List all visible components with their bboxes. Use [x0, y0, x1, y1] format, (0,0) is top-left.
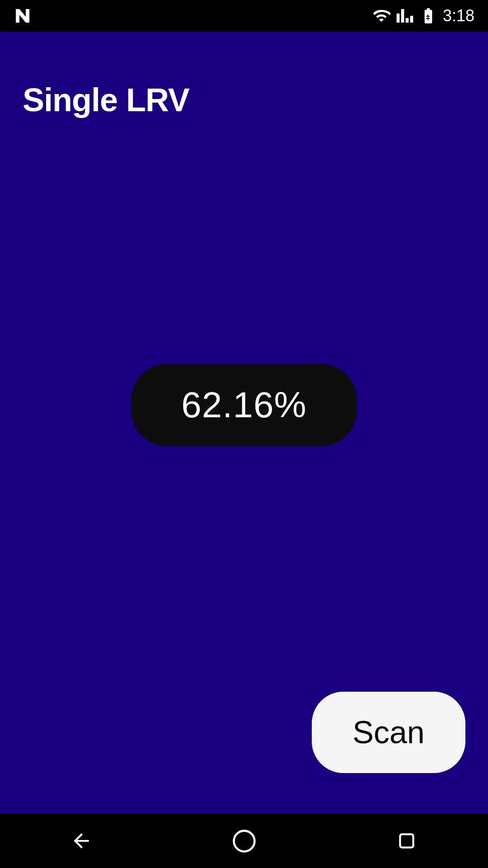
home-button[interactable] — [226, 823, 262, 859]
battery-icon — [419, 7, 437, 25]
nav-bar — [0, 814, 488, 868]
status-bar: 3:18 — [0, 0, 488, 32]
svg-rect-2 — [400, 834, 413, 847]
lrv-value-text: 62.16% — [181, 384, 306, 426]
scan-button-container: Scan — [23, 692, 465, 787]
n-logo-icon — [14, 7, 32, 25]
lrv-display-container: 62.16% — [23, 118, 465, 692]
status-time: 3:18 — [443, 6, 474, 25]
page-title: Single LRV — [23, 81, 465, 118]
scan-button-label: Scan — [352, 715, 425, 750]
status-bar-left — [14, 7, 32, 25]
svg-point-1 — [234, 830, 254, 851]
scan-button[interactable]: Scan — [312, 692, 465, 773]
lrv-value-badge: 62.16% — [131, 364, 357, 446]
main-content: Single LRV 62.16% Scan — [0, 32, 488, 814]
back-button[interactable] — [63, 823, 99, 859]
recents-button[interactable] — [389, 823, 425, 859]
svg-marker-0 — [16, 9, 29, 23]
signal-icon — [396, 7, 414, 25]
wifi-icon — [372, 7, 390, 25]
status-bar-right: 3:18 — [372, 6, 474, 25]
